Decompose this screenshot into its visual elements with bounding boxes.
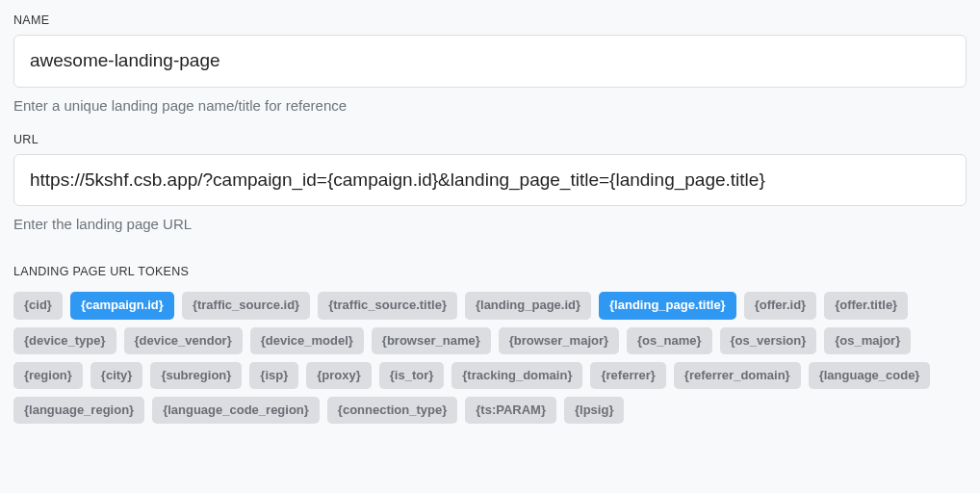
url-token[interactable]: {cid}	[13, 292, 63, 319]
url-token[interactable]: {referrer}	[590, 362, 665, 389]
url-token[interactable]: {device_vendor}	[124, 327, 243, 354]
url-token[interactable]: {browser_name}	[372, 327, 491, 354]
url-token[interactable]: {device_type}	[13, 327, 116, 354]
url-token[interactable]: {region}	[13, 362, 83, 389]
url-token[interactable]: {landing_page.title}	[599, 292, 736, 319]
url-token[interactable]: {campaign.id}	[70, 292, 174, 319]
url-token[interactable]: {language_region}	[13, 397, 144, 424]
url-token[interactable]: {offer.id}	[744, 292, 816, 319]
url-token[interactable]: {language_code}	[809, 362, 931, 389]
url-token[interactable]: {ts:PARAM}	[465, 397, 556, 424]
url-token[interactable]: {referrer_domain}	[674, 362, 801, 389]
url-label: URL	[13, 133, 967, 146]
url-token[interactable]: {language_code_region}	[152, 397, 320, 424]
url-token[interactable]: {proxy}	[306, 362, 372, 389]
name-help-text: Enter a unique landing page name/title f…	[13, 97, 967, 114]
name-input[interactable]	[13, 35, 967, 88]
url-input[interactable]	[13, 154, 967, 207]
url-token[interactable]: {os_name}	[627, 327, 711, 354]
url-token[interactable]: {isp}	[249, 362, 298, 389]
url-token[interactable]: {is_tor}	[379, 362, 445, 389]
url-field-group: URL Enter the landing page URL	[13, 133, 967, 233]
url-token[interactable]: {lpsig}	[564, 397, 624, 424]
url-token[interactable]: {city}	[90, 362, 143, 389]
url-help-text: Enter the landing page URL	[13, 216, 967, 232]
url-token[interactable]: {landing_page.id}	[465, 292, 591, 319]
name-label: NAME	[13, 13, 967, 27]
url-token[interactable]: {subregion}	[150, 362, 242, 389]
url-token[interactable]: {device_model}	[250, 327, 364, 354]
url-token[interactable]: {traffic_source.title}	[318, 292, 457, 319]
url-token[interactable]: {os_version}	[720, 327, 817, 354]
url-token[interactable]: {tracking_domain}	[451, 362, 582, 389]
url-token[interactable]: {connection_type}	[327, 397, 457, 424]
tokens-container: {cid}{campaign.id}{traffic_source.id}{tr…	[13, 292, 967, 424]
name-field-group: NAME Enter a unique landing page name/ti…	[13, 13, 967, 114]
tokens-section-label: LANDING PAGE URL TOKENS	[13, 265, 967, 278]
url-token[interactable]: {offer.title}	[824, 292, 908, 319]
url-token[interactable]: {traffic_source.id}	[182, 292, 310, 319]
url-token[interactable]: {os_major}	[824, 327, 911, 354]
url-token[interactable]: {browser_major}	[499, 327, 619, 354]
